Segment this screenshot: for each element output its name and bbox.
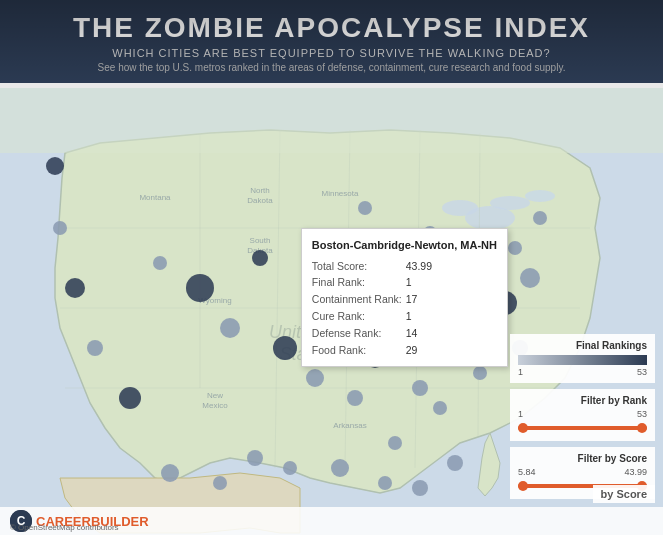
city-dot[interactable] bbox=[347, 390, 363, 406]
legend-labels: 1 53 bbox=[518, 367, 647, 377]
svg-text:Arkansas: Arkansas bbox=[333, 421, 366, 430]
city-dot[interactable] bbox=[186, 274, 214, 302]
svg-text:New: New bbox=[207, 391, 223, 400]
final-rank-label: Final Rank: bbox=[312, 274, 406, 291]
svg-text:South: South bbox=[250, 236, 271, 245]
city-dot[interactable] bbox=[306, 369, 324, 387]
rank-slider-thumb-right[interactable] bbox=[637, 423, 647, 433]
defense-rank-value: 14 bbox=[406, 325, 436, 342]
legend-title: Final Rankings bbox=[518, 340, 647, 351]
city-dot[interactable] bbox=[283, 461, 297, 475]
svg-text:Dakota: Dakota bbox=[247, 196, 273, 205]
city-dot[interactable] bbox=[53, 221, 67, 235]
score-slider-thumb-left[interactable] bbox=[518, 481, 528, 491]
city-dot[interactable] bbox=[161, 464, 179, 482]
header: THE ZOMBiE APOCALYPSE iNDEX WHICH CITIES… bbox=[0, 0, 663, 83]
cure-rank-label: Cure Rank: bbox=[312, 308, 406, 325]
city-dot[interactable] bbox=[252, 250, 268, 266]
main-title: THE ZOMBiE APOCALYPSE iNDEX bbox=[0, 12, 663, 44]
city-dot[interactable] bbox=[119, 387, 141, 409]
svg-text:Montana: Montana bbox=[139, 193, 171, 202]
filter-rank-max: 53 bbox=[637, 409, 647, 419]
city-dot[interactable] bbox=[508, 241, 522, 255]
filter-rank-labels: 1 53 bbox=[518, 409, 647, 419]
filter-score-labels: 5.84 43.99 bbox=[518, 467, 647, 477]
city-dot[interactable] bbox=[447, 455, 463, 471]
filter-score-title: Filter by Score bbox=[518, 453, 647, 464]
city-dot[interactable] bbox=[358, 201, 372, 215]
total-score-label: Total Score: bbox=[312, 258, 406, 275]
rank-slider-thumb-left[interactable] bbox=[518, 423, 528, 433]
page-container: THE ZOMBiE APOCALYPSE iNDEX WHICH CITIES… bbox=[0, 0, 663, 535]
total-score-value: 43.99 bbox=[406, 258, 436, 275]
city-dot[interactable] bbox=[65, 278, 85, 298]
svg-point-5 bbox=[525, 190, 555, 202]
rank-slider-track bbox=[518, 426, 647, 430]
by-score-label: by Score bbox=[593, 485, 655, 503]
city-dot[interactable] bbox=[247, 450, 263, 466]
city-dot[interactable] bbox=[87, 340, 103, 356]
city-dot[interactable] bbox=[220, 318, 240, 338]
tooltip-city-name: Boston-Cambridge-Newton, MA-NH bbox=[312, 237, 497, 255]
rank-slider[interactable] bbox=[518, 421, 647, 435]
city-dot[interactable] bbox=[213, 476, 227, 490]
city-dot[interactable] bbox=[473, 366, 487, 380]
containment-rank-label: Containment Rank: bbox=[312, 291, 406, 308]
city-dot[interactable] bbox=[533, 211, 547, 225]
svg-rect-14 bbox=[0, 88, 663, 153]
svg-text:Mexico: Mexico bbox=[202, 401, 228, 410]
subtitle: WHICH CITIES ARE BEST EQUIPPED TO SURVIV… bbox=[0, 47, 663, 59]
city-dot[interactable] bbox=[331, 459, 349, 477]
legend-section: Final Rankings 1 53 bbox=[510, 334, 655, 383]
final-rank-value: 1 bbox=[406, 274, 436, 291]
city-dot[interactable] bbox=[46, 157, 64, 175]
containment-rank-value: 17 bbox=[406, 291, 436, 308]
map-area: United States Montana North Dakota Minne… bbox=[0, 88, 663, 535]
city-dot[interactable] bbox=[412, 380, 428, 396]
filter-score-min: 5.84 bbox=[518, 467, 536, 477]
defense-rank-label: Defense Rank: bbox=[312, 325, 406, 342]
svg-point-3 bbox=[442, 200, 478, 216]
rank-slider-fill bbox=[518, 426, 647, 430]
osm-credit: © OpenStreetMap contributors bbox=[10, 523, 119, 532]
city-tooltip: Boston-Cambridge-Newton, MA-NH Total Sco… bbox=[301, 228, 508, 367]
city-dot[interactable] bbox=[412, 480, 428, 496]
legend-max: 53 bbox=[637, 367, 647, 377]
footer: C CAREERBUILDER © OpenStreetMap contribu… bbox=[0, 507, 663, 535]
city-dot[interactable] bbox=[520, 268, 540, 288]
city-dot[interactable] bbox=[273, 336, 297, 360]
food-rank-value: 29 bbox=[406, 342, 436, 359]
svg-point-4 bbox=[490, 196, 530, 210]
filter-rank-section: Filter by Rank 1 53 bbox=[510, 389, 655, 441]
description: See how the top U.S. metros ranked in th… bbox=[0, 62, 663, 73]
cure-rank-value: 1 bbox=[406, 308, 436, 325]
controls-panel: Final Rankings 1 53 Filter by Rank 1 53 bbox=[510, 334, 655, 505]
svg-text:North: North bbox=[250, 186, 270, 195]
city-dot[interactable] bbox=[153, 256, 167, 270]
filter-score-max: 43.99 bbox=[624, 467, 647, 477]
legend-gradient bbox=[518, 355, 647, 365]
city-dot[interactable] bbox=[388, 436, 402, 450]
svg-text:Minnesota: Minnesota bbox=[322, 189, 359, 198]
legend-min: 1 bbox=[518, 367, 523, 377]
city-dot[interactable] bbox=[433, 401, 447, 415]
food-rank-label: Food Rank: bbox=[312, 342, 406, 359]
filter-rank-title: Filter by Rank bbox=[518, 395, 647, 406]
city-dot[interactable] bbox=[378, 476, 392, 490]
filter-rank-min: 1 bbox=[518, 409, 523, 419]
